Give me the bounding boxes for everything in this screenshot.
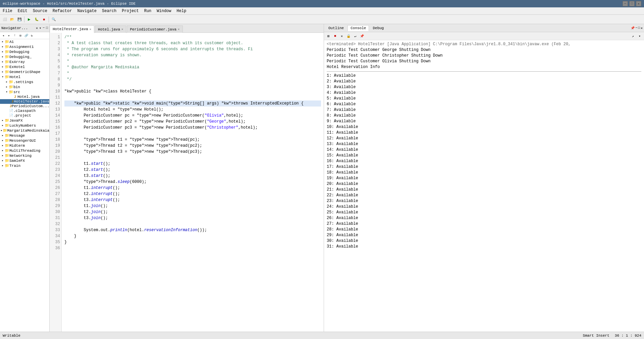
new-button[interactable]: ⬜ [1, 16, 8, 23]
tree-item-label: JavaFX [9, 119, 23, 123]
nav-item-Debugging-[interactable]: ▸📁Debugging_ [0, 54, 49, 59]
code-line-29: t1.join(); [64, 203, 321, 209]
navigator-close-icon[interactable]: ✕ [36, 26, 38, 30]
console-clear-btn[interactable]: ⊠ [325, 33, 331, 39]
save-button[interactable]: 💾 [16, 16, 23, 23]
nav-item-Hotel[interactable]: ▾📁Hotel [0, 74, 49, 79]
nav-item-Hotel-java[interactable]: JHotel.java [0, 94, 49, 99]
menu-item-refactor[interactable]: Refactor [50, 8, 75, 14]
titlebar-controls[interactable]: ─ □ ✕ [623, 1, 641, 6]
tree-item-icon: 📁 [5, 70, 9, 74]
code-line-36 [64, 245, 321, 251]
console-word-wrap-btn[interactable]: ↵ [352, 33, 358, 39]
nav-item-LuckyNumbers[interactable]: ▸📁LuckyNumbers [0, 123, 49, 128]
nav-collapse-btn[interactable]: ⊟ [18, 33, 23, 38]
editor-tab-PeriodicCustomer-java[interactable]: PeriodicCustomer.java✕ [127, 25, 182, 33]
nav-item-JavaFX[interactable]: ▸📁JavaFX [0, 118, 49, 123]
navigator-menu-icon[interactable]: ▾ [39, 26, 41, 30]
tab-outline[interactable]: Outline [325, 25, 347, 31]
tree-item-icon: 📄 [9, 109, 13, 113]
tab-console[interactable]: Console [347, 25, 369, 31]
tab-debug[interactable]: Debug [370, 25, 387, 31]
nav-item--project[interactable]: 📄.project [0, 113, 49, 118]
nav-item-bin[interactable]: ▸📁bin [0, 84, 49, 89]
menu-item-help[interactable]: Help [174, 8, 189, 14]
minimize-button[interactable]: ─ [623, 1, 628, 6]
navigator-minimize-icon[interactable]: − [43, 26, 45, 30]
nav-item--classpath[interactable]: 📄.classpath [0, 109, 49, 113]
nav-item-SamleFX[interactable]: ▸📁SamleFX [0, 158, 49, 163]
tree-item-icon: 📁 [5, 118, 9, 123]
nav-back-btn[interactable]: ◂ [1, 33, 6, 38]
editor-tab-Hotel-java[interactable]: Hotel.java✕ [95, 25, 126, 33]
nav-link-btn[interactable]: 🔗 [23, 33, 29, 38]
menu-item-project[interactable]: Project [119, 8, 141, 14]
nav-forward-btn[interactable]: ▸ [6, 33, 12, 38]
menu-item-file[interactable]: File [0, 8, 15, 14]
status-insert-mode: Smart Insert [583, 334, 609, 338]
console-line-2: Periodic Test Customer Olivia Shutting D… [327, 59, 641, 64]
tree-arrow-icon: ▸ [1, 164, 5, 167]
code-editor[interactable]: 1234567891011121314151617181920212223242… [50, 33, 324, 332]
line-number-35: 35 [50, 239, 60, 245]
console-pin-btn[interactable]: 📌 [359, 33, 365, 39]
console-open-btn[interactable]: ↗ [630, 33, 636, 39]
debug-button[interactable]: 🐛 [33, 16, 40, 23]
tree-arrow-icon: ▸ [1, 119, 5, 122]
stop-button[interactable]: ■ [41, 16, 47, 23]
nav-item-GeometricShape[interactable]: ▸📁GeometricShape [0, 69, 49, 74]
menu-item-edit[interactable]: Edit [15, 8, 30, 14]
nav-item-Assignment1[interactable]: ▸📁Assignment1 [0, 44, 49, 49]
console-terminate-btn[interactable]: ■ [332, 33, 338, 39]
nav-item-Message[interactable]: ▸📁Message [0, 133, 49, 138]
tab-close-icon[interactable]: ✕ [90, 27, 91, 31]
tab-close-icon[interactable]: ✕ [178, 27, 179, 31]
nav-refresh-btn[interactable]: ↻ [29, 33, 35, 38]
toolbar-separator-1 [24, 16, 24, 22]
nav-item-A1[interactable]: ▸📁A1 [0, 39, 49, 44]
nav-item-PeriodicCustom---[interactable]: JPeriodicCustom... [0, 104, 49, 109]
nav-item-MessengerGUI[interactable]: ▸📁MessengerGUI [0, 138, 49, 143]
code-line-27: t2.interrupt(); [64, 191, 321, 197]
code-line-17 [64, 131, 321, 137]
maximize-button[interactable]: □ [629, 1, 635, 6]
nav-item-MultiThreading[interactable]: ▸📁MultiThreading [0, 148, 49, 153]
nav-item-src[interactable]: ▾📁src [0, 89, 49, 94]
nav-item-HotelTester-java[interactable]: JHotelTester.java [0, 99, 49, 104]
nav-item-Networking[interactable]: ▸📁Networking [0, 153, 49, 158]
nav-item--settings[interactable]: ▸📁.settings [0, 79, 49, 84]
line-number-17: 17 [50, 131, 60, 137]
nav-up-btn[interactable]: ↑ [12, 33, 17, 38]
nav-item-Train[interactable]: ▸📁Train [0, 163, 49, 168]
open-button[interactable]: 📂 [9, 16, 15, 23]
right-panel-pin-icon[interactable]: 📌 [631, 26, 635, 30]
console-view-menu-btn[interactable]: ▾ [637, 33, 643, 39]
navigator-maximize-icon[interactable]: □ [46, 26, 48, 30]
nav-item-Debugging[interactable]: ▸📁Debugging [0, 49, 49, 54]
nav-item-Midterm[interactable]: ▸📁Midterm [0, 143, 49, 148]
line-number-36: 36 [50, 245, 60, 251]
nav-item-MargaritaMedinskaia[interactable]: ▸📁MargaritaMedinskaia [0, 128, 49, 133]
nav-item-ExHotel[interactable]: ▸📁ExHotel [0, 64, 49, 69]
tree-item-icon: 📁 [5, 153, 9, 158]
right-panel-close-icon[interactable]: ✕ [641, 26, 643, 30]
search-button[interactable]: 🔍 [50, 16, 57, 23]
right-panel-maximize-icon[interactable]: □ [638, 26, 640, 30]
right-panel-minimize-icon[interactable]: − [635, 26, 637, 30]
menu-item-search[interactable]: Search [99, 8, 119, 14]
tree-arrow-icon: ▸ [1, 40, 5, 44]
menu-item-run[interactable]: Run [142, 8, 154, 14]
line-number-34: 34 [50, 233, 60, 239]
menu-item-window[interactable]: Window [154, 8, 174, 14]
menu-item-source[interactable]: Source [30, 8, 50, 14]
console-line-14: 10: Available [327, 124, 641, 130]
tab-close-icon[interactable]: ✕ [121, 27, 123, 31]
editor-tab-HotelTester-java[interactable]: HotelTester.java✕ [50, 25, 94, 33]
nav-item-ExArray[interactable]: ▸📁ExArray [0, 59, 49, 64]
menu-item-navigate[interactable]: Navigate [74, 8, 99, 14]
line-number-22: 22 [50, 161, 60, 167]
close-button[interactable]: ✕ [636, 1, 641, 6]
console-scroll-lock-btn[interactable]: 🔒 [345, 33, 352, 39]
run-button[interactable]: ▶ [26, 16, 33, 23]
console-remove-btn[interactable]: ✕ [339, 33, 345, 39]
